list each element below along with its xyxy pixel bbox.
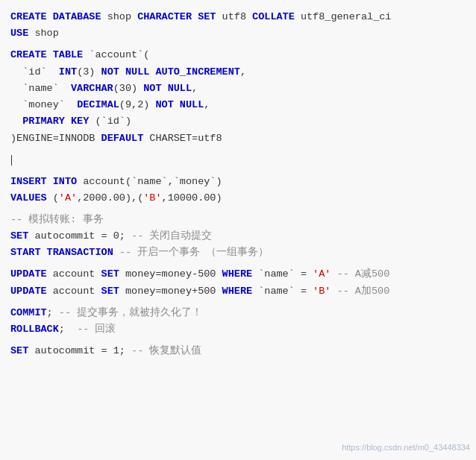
code-token: TABLE bbox=[53, 49, 84, 60]
code-token: 'B' bbox=[143, 192, 161, 204]
code-line: CREATE DATABASE shop CHARACTER SET utf8 … bbox=[10, 9, 466, 25]
code-line: COMMIT; -- 提交事务，就被持久化了！ bbox=[10, 305, 466, 321]
code-token: -- 关闭自动提交 bbox=[131, 230, 212, 242]
code-token: CREATE bbox=[10, 49, 47, 60]
code-token: COLLATE bbox=[252, 11, 295, 22]
code-token: -- 模拟转账: 事务 bbox=[10, 214, 104, 225]
code-token: NOT NULL bbox=[101, 66, 150, 78]
code-token: SET bbox=[10, 345, 28, 356]
code-token: account bbox=[47, 268, 101, 280]
code-token: , bbox=[192, 83, 198, 94]
code-token: money=money-500 bbox=[119, 268, 222, 280]
code-token bbox=[331, 286, 336, 297]
blank-line bbox=[10, 168, 466, 174]
code-token: (30) bbox=[113, 83, 144, 94]
code-token: , bbox=[240, 66, 246, 78]
code-token: shop bbox=[101, 11, 138, 22]
code-token: SET bbox=[10, 230, 28, 242]
code-line: SET autocommit = 0; -- 关闭自动提交 bbox=[10, 228, 466, 245]
code-block: CREATE DATABASE shop CHARACTER SET utf8 … bbox=[10, 9, 466, 359]
code-token: -- 开启一个事务 （一组事务） bbox=[119, 247, 269, 258]
code-line: `id` INT(3) NOT NULL AUTO_INCREMENT, bbox=[10, 64, 466, 81]
code-token: -- 回滚 bbox=[77, 324, 116, 335]
code-token: USE bbox=[10, 28, 28, 39]
code-token bbox=[10, 116, 22, 127]
code-token: 'A' bbox=[313, 268, 331, 280]
code-line: -- 模拟转账: 事务 bbox=[10, 212, 466, 228]
code-token: DATABASE bbox=[53, 11, 101, 22]
code-token: DECIMAL bbox=[77, 99, 119, 110]
blank-line bbox=[10, 300, 466, 305]
code-token: ; bbox=[47, 307, 59, 318]
code-token: ROLLBACK bbox=[10, 324, 59, 335]
code-token: NOT NULL bbox=[155, 99, 204, 110]
code-token: SET bbox=[198, 11, 216, 22]
code-token: `account`( bbox=[83, 49, 149, 60]
code-token: autocommit = 1; bbox=[28, 345, 131, 356]
blank-line bbox=[10, 42, 466, 48]
code-line: VALUES ('A',2000.00),('B',10000.00) bbox=[10, 190, 466, 207]
code-token: CHARSET=utf8 bbox=[143, 133, 222, 144]
watermark: https://blog.csdn.net/m0_43448334 bbox=[342, 441, 470, 454]
blank-line bbox=[10, 147, 466, 152]
code-line: )ENGINE=INNODB DEFAULT CHARSET=utf8 bbox=[10, 130, 466, 147]
code-token: -- 提交事务，就被持久化了！ bbox=[59, 307, 202, 318]
code-token bbox=[331, 268, 336, 280]
code-token bbox=[47, 49, 53, 60]
code-token: `name` = bbox=[252, 268, 313, 280]
code-token: account(`name`,`money`) bbox=[77, 176, 222, 187]
code-line: PRIMARY KEY (`id`) bbox=[10, 113, 466, 130]
code-token: -- A减500 bbox=[337, 268, 390, 280]
code-token: INSERT INTO bbox=[10, 176, 77, 187]
code-token: (9,2) bbox=[119, 99, 156, 110]
code-token bbox=[192, 11, 198, 22]
code-token: -- 恢复默认值 bbox=[131, 345, 201, 356]
blank-line bbox=[10, 338, 466, 343]
code-token: AUTO_INCREMENT bbox=[155, 66, 239, 78]
code-token: DEFAULT bbox=[101, 133, 144, 144]
code-token: UPDATE bbox=[10, 268, 47, 280]
code-token: , bbox=[204, 99, 210, 110]
code-token: VALUES bbox=[10, 192, 47, 204]
code-line: USE shop bbox=[10, 25, 466, 42]
code-token: TRANSACTION bbox=[41, 247, 119, 258]
code-line: UPDATE account SET money=money+500 WHERE… bbox=[10, 283, 466, 300]
code-token: 'A' bbox=[59, 192, 77, 204]
code-token: money=money+500 bbox=[119, 286, 222, 297]
code-token: utf8_general_ci bbox=[295, 11, 392, 22]
code-token: autocommit = 0; bbox=[28, 230, 131, 242]
code-line: SET autocommit = 1; -- 恢复默认值 bbox=[10, 343, 466, 359]
code-token: PRIMARY KEY bbox=[22, 116, 89, 127]
code-token: UPDATE bbox=[10, 286, 47, 297]
code-token: ( bbox=[47, 192, 59, 204]
code-token: CHARACTER bbox=[137, 11, 192, 22]
code-token: SET bbox=[101, 268, 119, 280]
code-token: INT bbox=[59, 66, 77, 78]
code-token: ; bbox=[59, 324, 77, 335]
code-token: COMMIT bbox=[10, 307, 47, 318]
code-token: ,2000.00),( bbox=[77, 192, 143, 204]
code-token: (`id`) bbox=[89, 116, 131, 127]
code-token: `name` = bbox=[252, 286, 313, 297]
code-token: CREATE bbox=[10, 11, 47, 22]
blank-line bbox=[10, 262, 466, 267]
text-cursor bbox=[11, 155, 12, 166]
code-token: START bbox=[10, 247, 41, 258]
code-token bbox=[47, 11, 53, 22]
code-token: SET bbox=[101, 286, 119, 297]
code-token: account bbox=[47, 286, 101, 297]
code-line: `name` VARCHAR(30) NOT NULL, bbox=[10, 81, 466, 97]
code-line: ROLLBACK; -- 回滚 bbox=[10, 321, 466, 338]
code-line: START TRANSACTION -- 开启一个事务 （一组事务） bbox=[10, 245, 466, 261]
blank-line bbox=[10, 207, 466, 212]
code-token: NOT NULL bbox=[143, 83, 192, 94]
code-token: ,10000.00) bbox=[162, 192, 222, 204]
code-token: WHERE bbox=[222, 286, 253, 297]
code-line: `money` DECIMAL(9,2) NOT NULL, bbox=[10, 97, 466, 113]
code-token: VARCHAR bbox=[71, 83, 113, 94]
code-token: `money` bbox=[10, 99, 77, 110]
cursor-line bbox=[10, 152, 466, 168]
code-line: CREATE TABLE `account`( bbox=[10, 47, 466, 63]
code-token: shop bbox=[28, 28, 59, 39]
code-token: WHERE bbox=[222, 268, 253, 280]
